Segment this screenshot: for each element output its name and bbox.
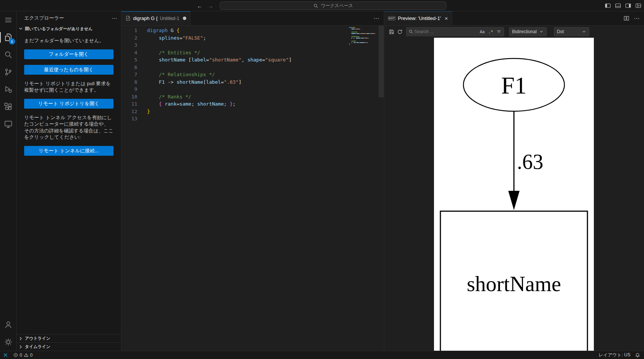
code-line[interactable]: F1 -> shortName[label=".63"] (147, 78, 384, 86)
remote-explorer-activity-icon[interactable] (0, 115, 17, 133)
graphviz-canvas[interactable]: F1 .63 shortName (434, 38, 594, 351)
command-center-search[interactable]: ワークスペース (220, 2, 446, 10)
preview-search-input[interactable] (414, 29, 478, 34)
code-line[interactable] (147, 86, 384, 93)
code-line[interactable] (147, 41, 384, 49)
timeline-pane-header[interactable]: タイムライン (17, 342, 121, 351)
editor-more-actions-icon[interactable]: ⋯ (374, 15, 379, 22)
code-line[interactable] (147, 115, 384, 123)
line-number: 7 (121, 71, 147, 78)
editor-tabbar-actions: ⋯ (369, 11, 384, 25)
line-number: 10 (121, 93, 147, 101)
outline-pane-header[interactable]: アウトライン (17, 334, 121, 342)
tab-preview-untitled-1[interactable]: DOT Preview: 'Untitled-1' × (384, 11, 452, 25)
tab-untitled-1[interactable]: digraph G { Untitled-1 (121, 11, 190, 25)
keyboard-layout-indicator[interactable]: レイアウト: US (596, 351, 633, 359)
chevron-down-icon (539, 29, 544, 34)
line-number: 5 (121, 56, 147, 64)
chevron-right-icon (18, 344, 24, 350)
preview-tab-bar: DOT Preview: 'Untitled-1' × ⋯ (384, 11, 644, 26)
forward-button[interactable]: → (208, 3, 213, 9)
toggle-secondary-sidebar-icon[interactable] (625, 2, 632, 9)
file-icon (125, 15, 131, 21)
run-debug-activity-icon[interactable] (0, 81, 17, 98)
open-remote-repository-button[interactable]: リモート リポジトリを開く (24, 99, 113, 109)
account-icon[interactable] (0, 316, 17, 333)
activity-bar: 1 (0, 11, 17, 351)
no-folder-section-header[interactable]: 開いているフォルダーがありません (17, 25, 121, 33)
source-control-activity-icon[interactable] (0, 63, 17, 81)
split-editor-icon[interactable] (624, 15, 629, 21)
code-content: digraph G { splines="FALSE"; /* Entities… (147, 26, 384, 351)
line-number: 11 (121, 100, 147, 108)
code-line[interactable]: } (147, 108, 384, 115)
editor-tab-bar: digraph G { Untitled-1 ⋯ (121, 11, 384, 26)
preview-search-box: Aa .* (406, 27, 504, 36)
graph-node-shortname-label: shortName (467, 272, 561, 296)
error-count: 0 (20, 353, 22, 358)
line-number: 6 (121, 64, 147, 71)
code-line[interactable]: /* Entities */ (147, 49, 384, 57)
explorer-badge: 1 (9, 38, 15, 44)
graph-edge-arrowhead (508, 191, 520, 210)
chevron-right-icon (18, 336, 24, 342)
open-recent-button[interactable]: 最近使ったものを開く (24, 65, 113, 75)
code-line[interactable]: { rank=same; shortName; }; (147, 100, 384, 108)
minimap-line (349, 45, 379, 46)
refresh-icon[interactable] (396, 28, 404, 36)
explorer-sidebar: エクスプローラー ⋯ 開いているフォルダーがありません まだフォルダーを開いてい… (17, 11, 121, 351)
engine-select[interactable]: Dot (554, 27, 589, 36)
preview-tab-label: Preview: 'Untitled-1' (398, 15, 441, 21)
minimap[interactable] (349, 27, 379, 46)
sidebar-more-icon[interactable]: ⋯ (112, 15, 117, 21)
search-activity-icon[interactable] (0, 46, 17, 63)
connect-tunnel-button[interactable]: リモート トンネルに接続... (24, 146, 113, 156)
editor-gutter: 12345678910111213 (121, 26, 147, 351)
code-line[interactable]: /* Relationships */ (147, 71, 384, 78)
outline-pane-label: アウトライン (25, 336, 51, 341)
save-icon[interactable] (387, 28, 396, 36)
notifications-bell-icon[interactable] (633, 351, 644, 359)
toggle-sidebar-icon[interactable] (604, 2, 611, 9)
settings-gear-icon[interactable] (0, 333, 17, 351)
explorer-activity-icon[interactable]: 1 (0, 29, 17, 46)
toggle-panel-icon[interactable] (615, 2, 621, 9)
no-folder-section-label: 開いているフォルダーがありません (25, 26, 93, 32)
code-line[interactable]: digraph G { (147, 27, 384, 34)
nav-history: ← → (197, 0, 213, 11)
regex-icon[interactable]: .* (487, 29, 494, 35)
line-number: 12 (121, 108, 147, 115)
line-number: 2 (121, 34, 147, 42)
code-line[interactable]: shortName [label="shortName", shape="squ… (147, 56, 384, 64)
direction-select[interactable]: Bidirectional (509, 27, 547, 36)
close-icon[interactable]: × (445, 15, 448, 21)
line-number: 1 (121, 27, 147, 34)
line-number: 13 (121, 115, 147, 123)
problems-indicator[interactable]: 0 0 (11, 351, 35, 359)
back-button[interactable]: ← (197, 3, 202, 9)
code-editor: 12345678910111213 digraph G { splines="F… (121, 26, 384, 351)
preview-tabbar-actions: ⋯ (619, 11, 644, 25)
chevron-down-icon (18, 26, 24, 32)
code-line[interactable]: /* Ranks */ (147, 93, 384, 101)
code-line[interactable] (147, 64, 384, 71)
match-case-icon[interactable]: Aa (479, 29, 486, 35)
preview-group: DOT Preview: 'Untitled-1' × ⋯ Aa .* (384, 11, 644, 351)
timeline-pane-label: タイムライン (25, 344, 51, 350)
open-folder-button[interactable]: フォルダーを開く (24, 49, 113, 59)
preview-toolbar: Aa .* Bidirectional Dot (384, 26, 644, 38)
welcome-view: まだフォルダーを開いていません。 フォルダーを開く 最近使ったものを開く リモー… (17, 33, 121, 334)
menu-button[interactable] (0, 11, 17, 29)
chevron-down-icon (582, 29, 586, 34)
direction-select-value: Bidirectional (512, 29, 537, 34)
remote-indicator[interactable] (0, 351, 11, 359)
extensions-activity-icon[interactable] (0, 98, 17, 115)
editor-scrollbar[interactable] (379, 26, 384, 97)
dirty-indicator-dot[interactable] (183, 17, 186, 20)
code-line[interactable]: splines="FALSE"; (147, 34, 384, 42)
line-number: 8 (121, 78, 147, 86)
customize-layout-icon[interactable] (635, 2, 642, 9)
filter-options-icon[interactable] (495, 29, 502, 34)
dot-file-icon: DOT (388, 16, 396, 20)
preview-more-actions-icon[interactable]: ⋯ (634, 15, 639, 22)
